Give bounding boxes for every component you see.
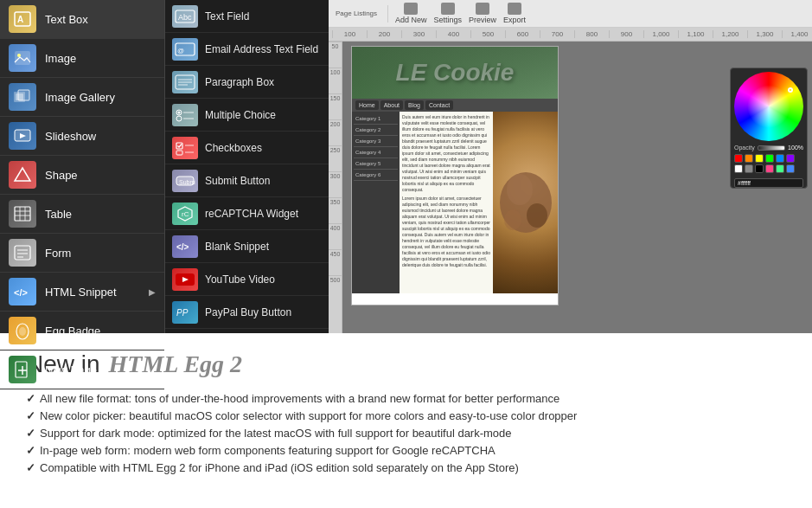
swatch[interactable] [776, 154, 784, 163]
swatch[interactable] [745, 154, 753, 163]
color-swatches [734, 154, 803, 173]
preview-button[interactable]: Preview [469, 3, 496, 24]
middle-item-multiple-choice[interactable]: Multiple Choice [165, 99, 329, 132]
swatch[interactable] [786, 154, 795, 163]
swatch[interactable] [734, 164, 743, 173]
svg-rect-10 [15, 207, 30, 221]
nav-item[interactable]: Blog [405, 100, 424, 110]
sidebar-item-shape[interactable]: Shape [0, 156, 164, 195]
color-wheel-center [747, 85, 790, 128]
page-main-content: Category 1 Category 2 Category 3 Categor… [352, 112, 558, 293]
hex-color-input[interactable] [734, 178, 803, 188]
color-picker-bottom: Opacity 100% [734, 145, 803, 189]
category-item[interactable]: Category 1 [354, 113, 398, 125]
middle-label-submit-button: Submit Button [205, 175, 270, 187]
category-item[interactable]: Category 6 [354, 170, 398, 181]
sidebar-item-new-page[interactable]: New Page [0, 350, 164, 389]
slideshow-icon [9, 122, 36, 150]
middle-item-blank-snippet[interactable]: </> Blank Snippet [165, 230, 329, 263]
color-wheel[interactable] [734, 72, 803, 141]
svg-point-3 [17, 54, 21, 57]
ruler-mark: 100 [332, 30, 367, 38]
swatch[interactable] [765, 154, 774, 163]
nav-item[interactable]: About [380, 100, 403, 110]
sidebar-label-html-snippet: HTML Snippet [45, 286, 117, 299]
middle-item-checkboxes[interactable]: Checkboxes [165, 132, 329, 164]
swatch[interactable] [755, 154, 764, 163]
ruler-mark: 1,400 [782, 30, 812, 38]
swatch[interactable] [755, 164, 764, 173]
sidebar-label-form: Form [45, 247, 71, 260]
swatch[interactable] [765, 164, 774, 173]
nav-item[interactable]: Home [355, 100, 379, 110]
preview-label: Preview [469, 16, 496, 24]
ruler-v-mark: 450 [329, 249, 342, 275]
sidebar-item-image-gallery[interactable]: Image Gallery [0, 78, 164, 117]
sidebar-item-egg-badge[interactable]: Egg Badge [0, 312, 164, 350]
add-new-icon [404, 3, 418, 15]
middle-item-youtube-video[interactable]: YouTube Video [165, 263, 329, 296]
sidebar-label-table: Table [45, 208, 72, 221]
sidebar-item-html-snippet[interactable]: </> HTML Snippet ▶ [0, 273, 164, 312]
category-item[interactable]: Category 5 [354, 158, 398, 170]
swatch[interactable] [776, 164, 784, 173]
category-item[interactable]: Category 2 [354, 125, 398, 136]
add-new-button[interactable]: Add New [395, 3, 427, 24]
opacity-bar[interactable] [758, 145, 785, 151]
opacity-label: Opacity [734, 145, 755, 151]
submit-button-icon: Submit [172, 170, 198, 192]
page-sidebar [493, 112, 558, 293]
middle-item-recaptcha[interactable]: rC reCAPTCHA Widget [165, 197, 329, 230]
settings-button[interactable]: Settings [434, 3, 463, 24]
new-page-icon [9, 356, 36, 383]
svg-rect-22 [16, 362, 27, 377]
sidebar-label-image-gallery: Image Gallery [45, 91, 115, 104]
color-picker-panel[interactable]: Opacity 100% [730, 68, 808, 189]
sidebar-item-form[interactable]: Form [0, 234, 164, 273]
sidebar-item-text-box[interactable]: A Text Box [0, 0, 164, 39]
sidebar-label-shape: Shape [45, 169, 78, 182]
middle-item-paragraph-box[interactable]: Paragraph Box [165, 66, 329, 99]
middle-label-checkboxes: Checkboxes [205, 142, 262, 154]
opacity-row: Opacity 100% [734, 145, 803, 151]
canvas-body: 50 100 150 200 250 300 350 400 450 500 L… [329, 42, 812, 333]
svg-text:</>: </> [176, 242, 189, 252]
svg-text:PP: PP [176, 308, 189, 318]
shape-icon [9, 161, 36, 189]
page-preview: LE Cookie Home About Blog Contact Catego… [351, 46, 559, 305]
recaptcha-icon: rC [172, 203, 198, 225]
sidebar-item-slideshow[interactable]: Slideshow [0, 117, 164, 156]
svg-text:@: @ [177, 47, 184, 55]
middle-item-paypal[interactable]: PP PayPal Buy Button [165, 296, 329, 329]
ruler-marks: 100 200 300 400 500 600 700 800 900 1,00… [332, 30, 812, 38]
middle-label-paragraph-box: Paragraph Box [205, 76, 274, 88]
sidebar-item-table[interactable]: Table [0, 195, 164, 234]
ruler-mark: 1,300 [747, 30, 782, 38]
blank-snippet-icon: </> [172, 235, 198, 258]
nav-item[interactable]: Contact [425, 100, 453, 110]
export-button[interactable]: Export [503, 3, 526, 24]
swatch[interactable] [786, 164, 795, 173]
sidebar-item-image[interactable]: Image [0, 39, 164, 78]
html-snippet-arrow: ▶ [149, 287, 156, 297]
svg-text:</>: </> [14, 287, 28, 298]
svg-text:A: A [17, 15, 23, 24]
middle-label-paypal: PayPal Buy Button [205, 306, 291, 318]
middle-item-email-address[interactable]: @ Email Address Text Field [165, 33, 329, 66]
middle-item-text-field[interactable]: Abc Text Field [165, 0, 329, 33]
ruler-mark: 500 [470, 30, 505, 38]
svg-rect-6 [16, 93, 23, 100]
svg-point-34 [178, 111, 181, 113]
ruler-v-mark: 500 [329, 275, 342, 301]
middle-item-submit-button[interactable]: Submit Submit Button [165, 164, 329, 197]
canvas-content: LE Cookie Home About Blog Contact Catego… [342, 42, 812, 333]
page-header: LE Cookie [352, 47, 558, 99]
swatch[interactable] [734, 154, 743, 163]
egg-badge-icon [9, 317, 36, 344]
email-icon: @ [172, 38, 198, 61]
export-label: Export [503, 16, 526, 24]
category-item[interactable]: Category 3 [354, 136, 398, 147]
swatch[interactable] [745, 164, 753, 173]
category-item[interactable]: Category 4 [354, 147, 398, 158]
svg-point-21 [19, 327, 26, 336]
